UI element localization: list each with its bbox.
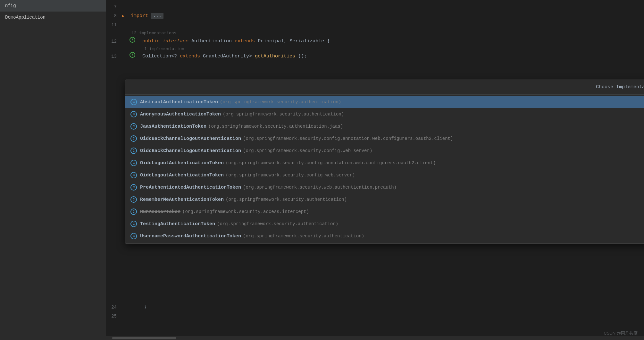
item-class-name: OidcLogoutAuthenticationToken bbox=[140, 160, 224, 166]
item-package: (org.springframework.security.config.ann… bbox=[226, 160, 436, 166]
class-icon: C bbox=[130, 99, 137, 105]
code-line-11: 11 bbox=[106, 21, 644, 30]
item-class-name: UsernamePasswordAuthenticationToken bbox=[140, 234, 241, 239]
item-package: (org.springframework.security.config.ann… bbox=[243, 136, 453, 141]
popup-item[interactable]: CAbstractAuthenticationToken (org.spring… bbox=[125, 96, 644, 108]
sidebar-item-demo[interactable]: DemoApplication bbox=[0, 12, 106, 23]
code-line-7: 7 bbox=[106, 3, 644, 12]
item-package: (org.springframework.security.access.int… bbox=[182, 209, 309, 214]
item-package: (org.springframework.security.config.web… bbox=[243, 148, 372, 153]
class-icon: C bbox=[130, 208, 137, 215]
item-class-name: JaasAuthenticationToken bbox=[140, 124, 206, 129]
impl-count-outer: 12 implementations bbox=[106, 30, 644, 37]
impl-count-inner: 1 implementation bbox=[106, 46, 644, 52]
code-panel: 7 8 ▶ import ... 11 12 im bbox=[106, 0, 644, 340]
item-package: (org.springframework.security.web.authen… bbox=[243, 185, 397, 190]
line-number-11: 11 bbox=[106, 21, 122, 30]
item-class-name: AnonymousAuthenticationToken bbox=[140, 112, 221, 117]
line-number-24: 24 bbox=[106, 303, 122, 312]
editor-area: nfig DemoApplication 7 8 ▶ import ... bbox=[0, 0, 644, 340]
item-class-name: OidcLogoutAuthenticationToken bbox=[140, 173, 224, 178]
line-content-13: Collection<? extends GrantedAuthority> g… bbox=[140, 52, 644, 61]
code-line-12: 12 ⬇ public interface Authentication ext… bbox=[106, 37, 644, 46]
popup-item[interactable]: CTestingAuthenticationToken (org.springf… bbox=[125, 218, 644, 230]
item-package: (org.springframework.security.authentica… bbox=[220, 99, 341, 105]
popup-item[interactable]: CRememberMeAuthenticationToken (org.spri… bbox=[125, 193, 644, 206]
line-number-8: 8 bbox=[106, 12, 122, 21]
line-number-12: 12 bbox=[106, 37, 122, 46]
popup-item[interactable]: COidcLogoutAuthenticationToken (org.spri… bbox=[125, 169, 644, 181]
popup-item[interactable]: CPreAuthenticatedAuthenticationToken (or… bbox=[125, 181, 644, 193]
popup-list: CAbstractAuthenticationToken (org.spring… bbox=[125, 95, 644, 243]
line-content-8: import ... bbox=[128, 12, 644, 21]
code-line-8: 8 ▶ import ... bbox=[106, 12, 644, 21]
sidebar: nfig DemoApplication bbox=[0, 0, 106, 340]
class-icon: C bbox=[130, 111, 137, 117]
class-icon: C bbox=[130, 233, 137, 239]
code-line-13: 13 ⬇ Collection<? extends GrantedAuthori… bbox=[106, 52, 644, 61]
item-package: (org.springframework.security.config.web… bbox=[226, 173, 355, 178]
popup-item[interactable]: COidcBackChannelLogoutAuthentication (or… bbox=[125, 145, 644, 157]
item-package: (org.springframework.security.authentica… bbox=[243, 234, 364, 239]
item-class-name: OidcBackChannelLogoutAuthentication bbox=[140, 136, 241, 141]
item-package: (org.springframework.security.authentica… bbox=[223, 112, 344, 117]
impl-icon-13[interactable]: ⬇ bbox=[130, 52, 135, 58]
popup-header: Choose Implementation of Authentication … bbox=[125, 80, 644, 95]
scrollbar-thumb[interactable] bbox=[112, 337, 176, 339]
item-class-name: OidcBackChannelLogoutAuthentication bbox=[140, 148, 241, 154]
popup-item[interactable]: CJaasAuthenticationToken (org.springfram… bbox=[125, 120, 644, 132]
line-number-13: 13 bbox=[106, 52, 122, 61]
class-icon: C bbox=[130, 196, 137, 203]
item-class-name: TestingAuthenticationToken bbox=[140, 221, 215, 227]
item-package: (org.springframework.security.authentica… bbox=[217, 221, 338, 226]
class-icon: C bbox=[130, 123, 137, 130]
sidebar-item-config[interactable]: nfig bbox=[0, 0, 106, 12]
code-line-25: 25 bbox=[106, 312, 644, 321]
popup-item[interactable]: CUsernamePasswordAuthenticationToken (or… bbox=[125, 230, 644, 242]
item-class-name: AbstractAuthenticationToken bbox=[140, 99, 218, 105]
item-package: (org.springframework.security.authentica… bbox=[208, 124, 343, 129]
class-icon: C bbox=[130, 172, 137, 178]
line-arrow-8: ▶ bbox=[122, 12, 128, 21]
class-icon: C bbox=[130, 221, 137, 227]
popup-item[interactable]: CRunAsUserToken (org.springframework.sec… bbox=[125, 206, 644, 218]
class-icon: C bbox=[130, 148, 137, 154]
popup-overlay: Choose Implementation of Authentication … bbox=[125, 80, 644, 244]
item-class-name: PreAuthenticatedAuthenticationToken bbox=[140, 185, 241, 190]
impl-icon-12[interactable]: ⬇ bbox=[130, 37, 135, 43]
class-icon: C bbox=[130, 184, 137, 191]
class-icon: C bbox=[130, 135, 137, 142]
popup-item[interactable]: COidcBackChannelLogoutAuthentication (or… bbox=[125, 132, 644, 145]
line-number-7: 7 bbox=[106, 3, 122, 12]
popup-item[interactable]: CAnonymousAuthenticationToken (org.sprin… bbox=[125, 108, 644, 120]
code-line-24: 24 } bbox=[106, 303, 644, 312]
scrollbar-area bbox=[106, 336, 644, 340]
popup-item[interactable]: COidcLogoutAuthenticationToken (org.spri… bbox=[125, 157, 644, 169]
item-package: (org.springframework.security.authentica… bbox=[226, 197, 347, 202]
line-content-12: public interface Authentication extends … bbox=[140, 37, 644, 46]
line-number-25: 25 bbox=[106, 312, 122, 321]
item-class-name: RememberMeAuthenticationToken bbox=[140, 197, 224, 202]
watermark: CSDN @同舟共度 bbox=[604, 330, 638, 336]
line-content-24: } bbox=[128, 303, 644, 312]
class-icon: C bbox=[130, 160, 137, 166]
item-class-name: RunAsUserToken bbox=[140, 209, 180, 215]
